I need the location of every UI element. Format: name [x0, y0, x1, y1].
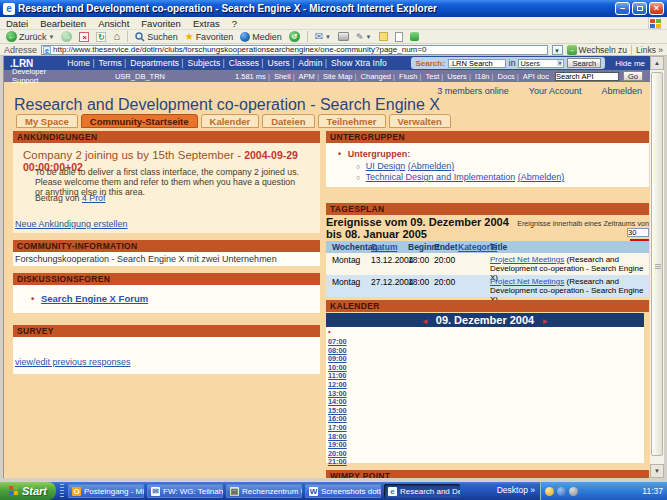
go-button[interactable]: → Wechseln zu	[567, 45, 628, 55]
dev-docs[interactable]: Docs	[496, 72, 521, 81]
tab-dateien[interactable]: Dateien	[262, 114, 314, 128]
developer-bar: Developer Support USR_DB_TRN 1.581 ms Sh…	[4, 70, 651, 82]
hide-me-link[interactable]: Hide me	[615, 59, 645, 68]
calendar-prev-icon[interactable]: ◄	[421, 317, 429, 326]
tab-my-space[interactable]: My Space	[16, 114, 78, 128]
menu-bearbeiten[interactable]: Bearbeiten	[40, 18, 86, 29]
search-button[interactable]: Suchen	[133, 30, 180, 43]
dev-shell[interactable]: Shell	[272, 72, 297, 81]
subgroup-ui-design-link[interactable]: UI Design	[366, 161, 406, 171]
task-research-and-development[interactable]: e Research and Develo...	[384, 484, 460, 498]
tab-community-startseite[interactable]: Community-Startseite	[81, 114, 198, 128]
subgroup-abmelden-link[interactable]: (Abmelden)	[408, 161, 455, 171]
tab-verwalten[interactable]: Verwalten	[389, 114, 451, 128]
calendar-next-icon[interactable]: ►	[541, 317, 549, 326]
dev-test[interactable]: Test	[423, 72, 445, 81]
subgroup-technical-design-link[interactable]: Technical Design and Implementation	[366, 172, 516, 182]
filter-days-input[interactable]	[627, 228, 649, 237]
task-rechenzentrum[interactable]: ▤ Rechenzentrum Uni K...	[226, 484, 302, 498]
tab-teilnehmer[interactable]: Teilnehmer	[318, 114, 386, 128]
event-link[interactable]: Project Net Meetings	[490, 277, 564, 286]
refresh-button[interactable]: ↻	[94, 30, 108, 43]
edit-button[interactable]: ✎ ▼	[354, 30, 374, 43]
scroll-up-icon[interactable]: ▲	[650, 56, 664, 70]
start-button[interactable]: Start	[0, 482, 56, 500]
dev-i18n[interactable]: I18n	[473, 72, 496, 81]
vertical-scrollbar[interactable]: ▲ ▼	[650, 56, 664, 478]
menu-ansicht[interactable]: Ansicht	[98, 18, 129, 29]
nav-subjects[interactable]: Subjects	[186, 58, 227, 68]
mail-button[interactable]: ✉ ▼	[313, 30, 333, 43]
messenger-button[interactable]	[408, 30, 421, 43]
your-account-link[interactable]: Your Account	[529, 86, 582, 96]
dev-api-doc[interactable]: API doc	[521, 72, 551, 81]
tray-icon[interactable]	[557, 487, 566, 496]
dev-users[interactable]: Users	[445, 72, 473, 81]
dev-changed[interactable]: Changed	[359, 72, 398, 81]
task-posteingang[interactable]: O Posteingang - Micros...	[68, 484, 144, 498]
task-screenshots[interactable]: W Screenshots dotLRN...	[305, 484, 381, 498]
quick-launch-grip[interactable]	[60, 484, 64, 498]
forward-button[interactable]: →	[59, 30, 74, 43]
menu-extras[interactable]: Extras	[193, 18, 220, 29]
favorites-button[interactable]: ★ Favoriten	[183, 30, 236, 43]
nav-admin[interactable]: Admin	[296, 58, 329, 68]
survey-responses-link[interactable]: view/edit previous responses	[15, 357, 131, 367]
address-input[interactable]: e http://www.theservice.de/dotlrn/clubs/…	[41, 45, 548, 55]
tab-kalender[interactable]: Kalender	[201, 114, 260, 128]
links-toolbar[interactable]: Links »	[631, 45, 663, 55]
col-kategorie-sort-link[interactable]: Kategorie	[458, 241, 490, 253]
api-go-button[interactable]: Go	[623, 71, 643, 81]
event-link[interactable]: Project Net Meetings	[490, 255, 564, 264]
logout-link[interactable]: Abmelden	[601, 86, 642, 96]
address-dropdown-icon[interactable]: ▼	[552, 45, 563, 55]
close-button[interactable]: ×	[649, 2, 664, 15]
forums-header: DISKUSSIONSFOREN	[13, 273, 320, 285]
calendar-time-link[interactable]: 21:00	[328, 457, 347, 466]
subgroup-abmelden-link[interactable]: (Abmelden)	[518, 172, 565, 182]
nav-classes[interactable]: Classes	[227, 58, 266, 68]
scrollbar-thumb[interactable]	[651, 72, 663, 456]
lrn-search-input[interactable]	[448, 59, 506, 68]
menu-favoriten[interactable]: Favoriten	[141, 18, 181, 29]
home-button[interactable]: ⌂	[111, 30, 122, 43]
restore-button[interactable]	[632, 2, 647, 15]
search-scope-select[interactable]: Users ▼	[518, 59, 564, 68]
dev-flush[interactable]: Flush	[397, 72, 423, 81]
menu-datei[interactable]: Datei	[6, 18, 28, 29]
create-announcement-link[interactable]: Neue Ankündigung erstellen	[15, 219, 128, 229]
wimpy-point-header: WIMPY POINT	[326, 470, 649, 478]
media-button[interactable]: Medien	[238, 30, 284, 43]
forum-link[interactable]: Search Engine X Forum	[41, 293, 148, 304]
api-search-input[interactable]	[555, 72, 619, 81]
filter-label: Ereignisse innerhalb eines Zeitraums von	[517, 219, 649, 228]
nav-users[interactable]: Users	[266, 58, 297, 68]
task-mail-message[interactable]: ✉ FW: WG: Teilnahme v...	[147, 484, 223, 498]
tray-icon[interactable]	[545, 487, 554, 496]
nav-terms[interactable]: Terms	[97, 58, 129, 68]
nav-departments[interactable]: Departments	[128, 58, 185, 68]
nav-show-xtra-info[interactable]: Show Xtra Info	[329, 58, 389, 68]
desktop-toolbar[interactable]: Desktop »	[497, 485, 535, 495]
edit-dropdown-icon: ▼	[366, 34, 372, 40]
col-datum-sort-link[interactable]: Datum	[371, 241, 408, 253]
back-button[interactable]: ← Zurück ▼	[4, 30, 56, 43]
scroll-down-icon[interactable]: ▼	[650, 464, 664, 478]
history-button[interactable]: ↺	[287, 30, 302, 43]
ie-icon: e	[388, 487, 397, 496]
search-submit-button[interactable]: Search	[567, 58, 601, 68]
dev-apm[interactable]: APM	[297, 72, 321, 81]
menu-hilfe[interactable]: ?	[232, 18, 237, 29]
minimize-button[interactable]: –	[615, 2, 630, 15]
author-link[interactable]: 4 Prof	[82, 193, 105, 203]
dev-site-map[interactable]: Site Map	[321, 72, 359, 81]
tray-icon[interactable]	[569, 487, 578, 496]
research-button[interactable]	[393, 30, 405, 43]
stop-button[interactable]: ×	[77, 30, 91, 43]
bullet-icon: •	[338, 149, 341, 159]
discuss-button[interactable]	[377, 30, 390, 43]
print-button[interactable]	[336, 30, 351, 43]
schedule-header: TAGESPLAN	[326, 203, 649, 215]
members-online-link[interactable]: 3 members online	[437, 86, 509, 96]
nav-home[interactable]: Home	[65, 58, 96, 68]
